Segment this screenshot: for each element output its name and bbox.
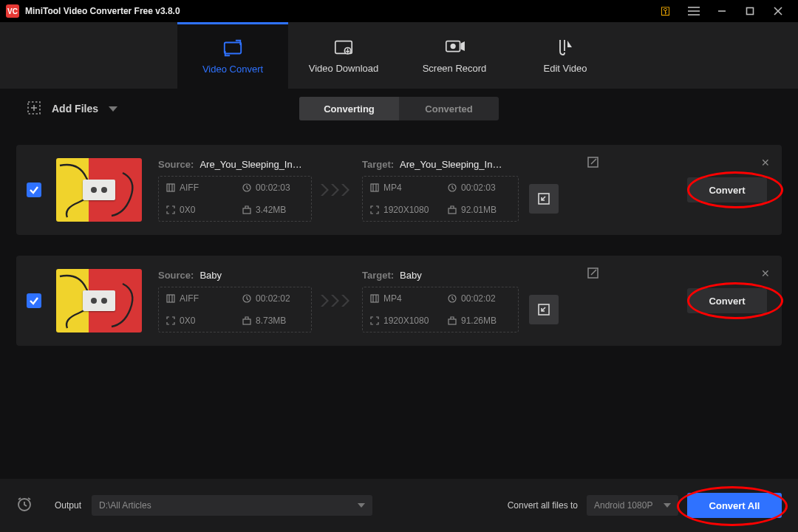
convert-button[interactable]: Convert (687, 288, 767, 313)
nav-label: Video Convert (202, 64, 263, 75)
file-checkbox[interactable] (27, 293, 41, 308)
target-settings-button[interactable] (529, 184, 559, 214)
remove-file-button[interactable]: ✕ (761, 267, 770, 279)
edit-target-button[interactable] (587, 267, 598, 282)
size-icon (242, 316, 251, 325)
output-path-dropdown[interactable]: D:\All Articles (92, 495, 372, 516)
file-list: Source: Are_You_Sleeping_In… AIFF 00:02:… (0, 129, 798, 346)
size-icon (448, 205, 457, 214)
file-card: Source: Baby AIFF 00:02:02 0X0 8.73MB Ta… (16, 256, 782, 346)
edit-target-button[interactable] (587, 157, 598, 171)
duration-icon (448, 294, 457, 303)
preset-dropdown[interactable]: Android 1080P (587, 495, 678, 516)
target-meta: Target: Baby MP4 00:02:02 1920X1080 91.2… (362, 270, 559, 332)
source-info-box: AIFF 00:02:03 0X0 3.42MB (158, 176, 312, 222)
source-filename: Baby (200, 270, 222, 281)
convert-all-files-label: Convert all files to (508, 500, 578, 511)
window-maximize-button[interactable] (736, 0, 764, 22)
add-files-label: Add Files (52, 103, 98, 115)
format-icon (370, 294, 379, 303)
svg-rect-37 (243, 319, 250, 324)
arrow-separator-icon (321, 182, 353, 198)
nav-label: Screen Record (423, 63, 487, 74)
nav-video-convert[interactable]: Video Convert (177, 22, 288, 89)
video-download-icon (333, 38, 354, 57)
window-minimize-button[interactable] (708, 0, 736, 22)
source-label: Source: (158, 159, 194, 170)
window-close-button[interactable] (764, 0, 792, 22)
svg-marker-17 (109, 106, 117, 112)
resolution-icon (370, 205, 379, 214)
top-nav: Video Convert Video Download Screen Reco… (0, 22, 798, 89)
convert-all-button[interactable]: Convert All (687, 493, 782, 518)
source-meta: Source: Baby AIFF 00:02:02 0X0 8.73MB (158, 270, 312, 332)
svg-rect-22 (243, 208, 250, 214)
duration-icon (242, 183, 251, 192)
svg-rect-26 (371, 184, 378, 191)
edit-video-icon (555, 38, 576, 57)
target-settings-button[interactable] (529, 295, 559, 324)
svg-marker-50 (664, 503, 671, 508)
size-icon (448, 316, 457, 325)
screen-record-icon (444, 38, 465, 57)
svg-rect-45 (449, 319, 456, 324)
add-files-button[interactable]: Add Files (27, 100, 117, 117)
nav-label: Video Download (309, 63, 378, 74)
app-title: MiniTool Video Converter Free v3.8.0 (25, 6, 180, 16)
schedule-icon[interactable] (16, 496, 33, 515)
svg-point-12 (451, 44, 455, 48)
add-files-icon (27, 100, 41, 117)
svg-marker-23 (321, 184, 329, 196)
source-label: Source: (158, 270, 194, 281)
svg-rect-18 (167, 184, 174, 191)
resolution-icon (370, 316, 379, 325)
convert-button[interactable]: Convert (687, 177, 767, 202)
file-thumbnail (56, 158, 142, 222)
app-logo: VC (6, 4, 19, 18)
nav-edit-video[interactable]: Edit Video (510, 22, 621, 89)
tab-converting[interactable]: Converting (299, 97, 399, 120)
target-info-box: MP4 00:02:02 1920X1080 91.26MB (362, 287, 519, 332)
source-meta: Source: Are_You_Sleeping_In… AIFF 00:02:… (158, 159, 312, 222)
nav-screen-record[interactable]: Screen Record (399, 22, 510, 89)
remove-file-button[interactable]: ✕ (761, 157, 770, 168)
svg-rect-30 (449, 208, 456, 214)
target-filename: Are_You_Sleeping_In… (400, 159, 502, 170)
chevron-down-icon (358, 503, 365, 508)
svg-marker-38 (321, 295, 329, 307)
svg-marker-49 (358, 503, 365, 508)
file-checkbox[interactable] (27, 183, 41, 197)
svg-marker-40 (341, 295, 349, 307)
svg-rect-33 (167, 295, 174, 302)
chevron-down-icon (664, 503, 671, 508)
tab-converted[interactable]: Converted (399, 97, 499, 120)
nav-label: Edit Video (543, 63, 587, 74)
output-label: Output (55, 500, 81, 511)
svg-marker-13 (567, 41, 572, 47)
target-info-box: MP4 00:02:03 1920X1080 92.01MB (362, 176, 519, 222)
target-filename: Baby (400, 270, 422, 281)
resolution-icon (166, 316, 175, 325)
duration-icon (448, 183, 457, 192)
format-icon (370, 183, 379, 192)
size-icon (242, 205, 251, 214)
video-convert-icon (222, 38, 243, 58)
footer-bar: Output D:\All Articles Convert all files… (0, 479, 798, 532)
svg-marker-39 (331, 295, 339, 307)
target-label: Target: (362, 159, 394, 170)
svg-rect-4 (747, 8, 754, 15)
format-icon (166, 183, 175, 192)
upgrade-key-button[interactable]: ⚿ (652, 0, 680, 22)
file-card: Source: Are_You_Sleeping_In… AIFF 00:02:… (16, 145, 782, 235)
svg-rect-7 (225, 43, 241, 54)
menu-button[interactable] (680, 0, 708, 22)
nav-video-download[interactable]: Video Download (288, 22, 399, 89)
status-segment: Converting Converted (299, 97, 499, 120)
svg-marker-25 (341, 184, 349, 196)
duration-icon (242, 294, 251, 303)
titlebar: VC MiniTool Video Converter Free v3.8.0 … (0, 0, 798, 22)
source-info-box: AIFF 00:02:02 0X0 8.73MB (158, 287, 312, 332)
svg-rect-41 (371, 295, 378, 302)
resolution-icon (166, 205, 175, 214)
secondary-bar: Add Files Converting Converted (0, 89, 798, 129)
